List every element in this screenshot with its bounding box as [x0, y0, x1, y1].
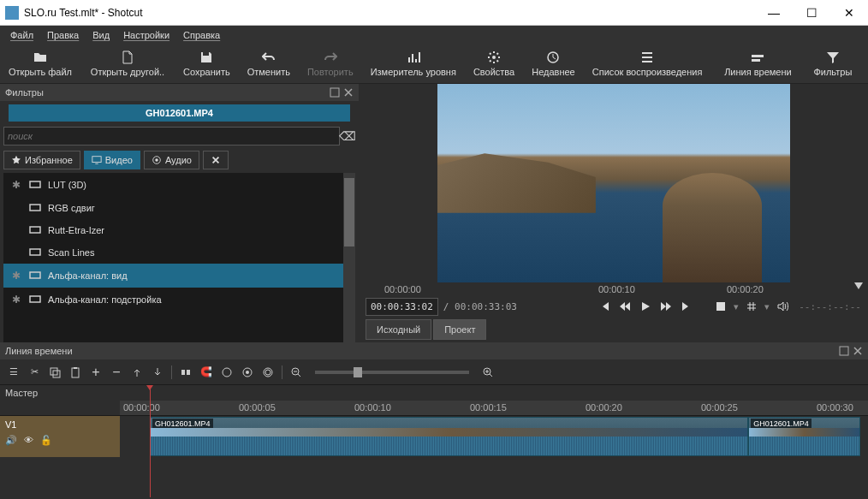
filter-tab-favorites[interactable]: Избранное	[3, 151, 80, 169]
filters-button[interactable]: Фильтры	[805, 45, 860, 83]
source-tab[interactable]: Исходный	[366, 319, 431, 340]
panel-dock-icon[interactable]	[839, 346, 849, 356]
meter-button[interactable]: Измеритель уровня	[362, 45, 465, 83]
skip-end-button[interactable]	[679, 299, 694, 314]
filter-item[interactable]: ✱Альфа-канал: вид	[3, 264, 355, 288]
zoom-slider[interactable]	[315, 371, 469, 374]
minimize-button[interactable]: —	[755, 0, 793, 26]
filter-tab-close[interactable]	[203, 151, 229, 169]
svg-point-26	[265, 370, 271, 375]
menu-file[interactable]: Файл	[3, 27, 40, 43]
svg-rect-13	[30, 296, 40, 302]
open-file-button[interactable]: Открыть файл	[0, 45, 80, 83]
play-button[interactable]	[638, 299, 653, 314]
close-window-button[interactable]: ✕	[830, 0, 868, 26]
scrub-icon[interactable]	[220, 365, 234, 379]
preview-ruler[interactable]: 00:00:00 00:00:10 00:00:20	[359, 282, 868, 297]
titlebar: SLO.ru Test.mlt* - Shotcut — ☐ ✕	[0, 0, 868, 26]
monitor-icon	[29, 271, 41, 280]
video-track[interactable]: GH012601.MP4GH012601.MP4	[120, 416, 868, 457]
menu-edit[interactable]: Правка	[40, 27, 86, 43]
playhead[interactable]	[150, 385, 151, 497]
zoom-out-icon[interactable]	[289, 365, 303, 379]
timeline-ruler-label: 00:00:30	[817, 402, 853, 413]
timeline: Мастер V1 🔊 👁 🔓 00:00:0000:00:0500:00:10…	[0, 385, 868, 497]
recent-button[interactable]: Недавнее	[523, 45, 584, 83]
panel-close-icon[interactable]	[853, 346, 863, 356]
filters-panel: Фильтры GH012601.MP4 ⌫ ИзбранноеВидеоАуд…	[0, 84, 359, 342]
remove-icon[interactable]: −	[110, 365, 123, 379]
properties-button[interactable]: Свойства	[465, 45, 523, 83]
panel-close-icon[interactable]	[343, 87, 354, 98]
menu-view[interactable]: Вид	[86, 27, 116, 43]
ripple-icon[interactable]	[241, 365, 254, 379]
timeline-ruler[interactable]: 00:00:0000:00:0500:00:1000:00:1500:00:20…	[120, 401, 868, 416]
menu-help[interactable]: Справка	[176, 27, 227, 43]
snap-icon[interactable]: 🧲	[199, 365, 213, 379]
filter-item[interactable]: Scan Lines	[3, 241, 355, 264]
star-icon[interactable]: ✱	[12, 179, 22, 191]
overwrite-icon[interactable]	[151, 365, 164, 379]
master-track-label[interactable]: Мастер	[0, 385, 120, 401]
fast-forward-button[interactable]	[658, 299, 674, 314]
lock-icon[interactable]: 🔓	[40, 435, 52, 446]
copy-icon[interactable]	[48, 365, 62, 379]
menu-icon[interactable]: ☰	[7, 365, 21, 379]
preview-image	[437, 84, 790, 282]
ripple-all-icon[interactable]	[261, 365, 275, 379]
grid-button[interactable]	[744, 299, 759, 314]
filter-item[interactable]: Rutt-Etra-Izer	[3, 219, 355, 241]
main-toolbar: Открыть файлОткрыть другой..СохранитьОтм…	[0, 45, 868, 84]
menu-settings[interactable]: Настройки	[116, 27, 176, 43]
zoom-fit-button[interactable]	[713, 299, 728, 314]
preview-viewport[interactable]	[359, 84, 868, 282]
svg-rect-4	[330, 88, 339, 97]
split-icon[interactable]	[179, 365, 193, 379]
current-timecode[interactable]: 00:00:33:02	[366, 298, 438, 316]
timeline-ruler-label: 00:00:25	[701, 402, 738, 413]
filter-search-input[interactable]	[3, 127, 340, 146]
zoom-in-icon[interactable]	[481, 365, 495, 379]
open-other-button[interactable]: Открыть другой..	[80, 45, 175, 83]
track-name: V1	[5, 419, 115, 430]
star-icon[interactable]: ✱	[12, 270, 22, 282]
paste-icon[interactable]	[68, 365, 82, 379]
star-icon[interactable]: ✱	[12, 294, 22, 306]
redo-button[interactable]: Повторить	[299, 45, 362, 83]
filter-item[interactable]: RGB сдвиг	[3, 197, 355, 219]
project-tab[interactable]: Проект	[433, 319, 486, 340]
playlist-button[interactable]: Список воспроизведения	[584, 45, 711, 83]
cut-icon[interactable]: ✂	[27, 365, 41, 379]
visibility-icon[interactable]: 👁	[24, 435, 33, 446]
maximize-button[interactable]: ☐	[793, 0, 830, 26]
filter-item[interactable]: ✱Альфа-канал: подстройка	[3, 288, 355, 312]
mute-icon[interactable]: 🔊	[5, 435, 17, 446]
track-header-v1[interactable]: V1 🔊 👁 🔓	[0, 416, 120, 457]
clip[interactable]: GH012601.MP4	[748, 417, 860, 456]
timeline-ruler-label: 00:00:10	[354, 402, 391, 413]
timeline-button[interactable]: Линия времени	[710, 45, 805, 83]
volume-button[interactable]	[775, 299, 790, 314]
ruler-marker-icon[interactable]	[854, 282, 863, 289]
clip[interactable]: GH012601.MP4	[150, 417, 748, 456]
svg-point-22	[223, 368, 231, 377]
timeline-ruler-label: 00:00:20	[586, 402, 622, 413]
filter-tab-video[interactable]: Видео	[84, 151, 140, 169]
filter-tabs: ИзбранноеВидеоАудио	[3, 151, 355, 169]
svg-rect-16	[51, 368, 57, 375]
monitor-icon	[29, 226, 41, 235]
panel-dock-icon[interactable]	[330, 87, 340, 98]
filter-scrollbar[interactable]	[343, 173, 355, 342]
undo-button[interactable]: Отменить	[239, 45, 299, 83]
save-button[interactable]: Сохранить	[175, 45, 239, 83]
timeline-tracks[interactable]: 00:00:0000:00:0500:00:1000:00:1500:00:20…	[120, 385, 868, 497]
timeline-panel-header: Линия времени	[0, 342, 868, 359]
lift-icon[interactable]	[130, 365, 144, 379]
filter-item[interactable]: ✱LUT (3D)	[3, 173, 355, 197]
search-clear-icon[interactable]: ⌫	[340, 127, 355, 146]
rewind-button[interactable]	[617, 299, 633, 314]
svg-rect-8	[30, 181, 40, 187]
skip-start-button[interactable]	[597, 299, 612, 314]
filter-tab-audio[interactable]: Аудио	[144, 151, 199, 169]
add-icon[interactable]: +	[89, 365, 103, 379]
